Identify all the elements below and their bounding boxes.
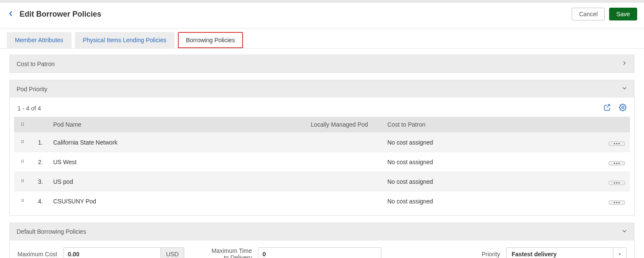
row-actions-button[interactable]	[609, 142, 625, 146]
cancel-button[interactable]: Cancel	[572, 8, 605, 20]
panel-header-default-borrowing[interactable]: Default Borrowing Policies	[10, 223, 634, 241]
table-row: 1. California State Network No cost assi…	[14, 133, 630, 152]
row-actions-button[interactable]	[609, 161, 625, 165]
svg-point-29	[22, 182, 23, 183]
tab-borrowing-policies[interactable]: Borrowing Policies	[178, 32, 243, 48]
svg-point-16	[22, 160, 23, 161]
svg-point-11	[22, 142, 23, 143]
svg-point-7	[22, 140, 23, 141]
svg-point-13	[614, 143, 615, 144]
maximum-time-label: Maximum Time to Delivery	[212, 247, 252, 258]
svg-point-8	[23, 140, 24, 141]
svg-point-18	[22, 161, 23, 162]
svg-point-20	[22, 162, 23, 163]
svg-point-33	[618, 182, 620, 183]
svg-marker-43	[619, 254, 621, 255]
svg-point-19	[23, 161, 24, 162]
maximum-cost-label: Maximum Cost	[17, 251, 57, 258]
export-icon[interactable]	[604, 104, 611, 113]
row-index: 4.	[31, 191, 48, 211]
panel-header-cost-to-patron[interactable]: Cost to Patron	[10, 55, 634, 72]
svg-point-21	[23, 162, 24, 163]
svg-point-23	[616, 162, 618, 164]
drag-handle-icon[interactable]	[14, 172, 31, 191]
cost-to-patron-cell: No cost assigned	[382, 133, 604, 152]
col-pod-name: Pod Name	[48, 117, 306, 133]
svg-point-39	[23, 201, 24, 202]
svg-point-10	[23, 141, 24, 142]
locally-managed-cell	[306, 191, 382, 211]
panel-default-borrowing: Default Borrowing Policies Maximum Cost …	[9, 223, 635, 258]
row-actions-button[interactable]	[609, 200, 625, 205]
maximum-cost-input[interactable]	[63, 247, 161, 258]
svg-point-40	[614, 202, 615, 203]
svg-point-41	[616, 202, 618, 203]
pod-name-cell: US West	[48, 152, 306, 172]
panel-title: Pod Priority	[17, 86, 47, 93]
svg-point-1	[21, 122, 22, 123]
svg-point-22	[614, 162, 615, 164]
table-row: 2. US West No cost assigned	[14, 152, 630, 172]
svg-point-14	[616, 143, 618, 144]
caret-down-icon[interactable]	[613, 248, 626, 258]
table-row: 3. US pod No cost assigned	[14, 172, 630, 191]
svg-point-38	[22, 201, 23, 202]
svg-point-34	[22, 199, 23, 200]
page-title: Edit Borrower Policies	[20, 10, 572, 19]
svg-point-27	[22, 180, 23, 181]
pod-priority-table: Pod Name Locally Managed Pod Cost to Pat…	[14, 117, 630, 211]
svg-point-31	[614, 182, 615, 183]
row-index: 2.	[31, 152, 48, 172]
row-index: 1.	[31, 133, 48, 152]
back-icon[interactable]	[7, 10, 14, 19]
currency-suffix: USD	[161, 247, 184, 258]
tab-physical-items-lending[interactable]: Physical Items Lending Policies	[75, 32, 175, 48]
col-locally-managed: Locally Managed Pod	[306, 117, 382, 133]
svg-point-32	[616, 182, 618, 183]
svg-point-15	[618, 143, 620, 144]
pod-name-cell: California State Network	[48, 133, 306, 152]
svg-point-28	[23, 180, 24, 181]
svg-point-2	[23, 122, 24, 123]
drag-handle-icon[interactable]	[14, 133, 31, 152]
maximum-time-input[interactable]	[258, 247, 381, 258]
tabs-container: Member Attributes Physical Items Lending…	[0, 29, 644, 49]
svg-point-0	[622, 107, 624, 109]
col-cost-to-patron: Cost to Patron	[382, 117, 604, 133]
drag-handle-icon[interactable]	[14, 152, 31, 172]
svg-point-17	[23, 160, 24, 161]
locally-managed-cell	[306, 152, 382, 172]
svg-point-9	[22, 141, 23, 142]
drag-header-icon	[20, 121, 25, 128]
row-index: 3.	[31, 172, 48, 191]
panel-title: Cost to Patron	[17, 61, 55, 67]
chevron-down-icon	[621, 228, 627, 235]
priority-select[interactable]: Fastest delivery	[506, 247, 627, 258]
svg-point-42	[618, 202, 620, 203]
gear-icon[interactable]	[619, 104, 627, 113]
pager-text: 1 - 4 of 4	[17, 105, 41, 112]
svg-point-24	[618, 162, 620, 164]
save-button[interactable]: Save	[609, 8, 637, 20]
svg-point-36	[22, 200, 23, 201]
locally-managed-cell	[306, 133, 382, 152]
panel-cost-to-patron: Cost to Patron	[9, 55, 635, 73]
drag-handle-icon[interactable]	[14, 191, 31, 211]
panel-header-pod-priority[interactable]: Pod Priority	[10, 80, 634, 98]
priority-value: Fastest delivery	[507, 248, 613, 258]
svg-point-30	[23, 182, 24, 183]
maximum-time-label-l2: to Delivery	[224, 254, 252, 258]
row-actions-button[interactable]	[609, 181, 625, 185]
svg-point-4	[23, 124, 24, 125]
maximum-time-label-l1: Maximum Time	[212, 247, 252, 254]
cost-to-patron-cell: No cost assigned	[382, 191, 604, 211]
svg-point-25	[22, 180, 23, 180]
cost-to-patron-cell: No cost assigned	[382, 152, 604, 172]
svg-point-12	[23, 142, 24, 143]
svg-point-6	[23, 125, 24, 126]
table-row: 4. CSU/SUNY Pod No cost assigned	[14, 191, 630, 211]
svg-point-5	[21, 125, 22, 126]
tab-member-attributes[interactable]: Member Attributes	[7, 32, 72, 48]
panel-pod-priority: Pod Priority 1 - 4 of 4	[9, 80, 635, 216]
chevron-down-icon	[621, 85, 627, 93]
